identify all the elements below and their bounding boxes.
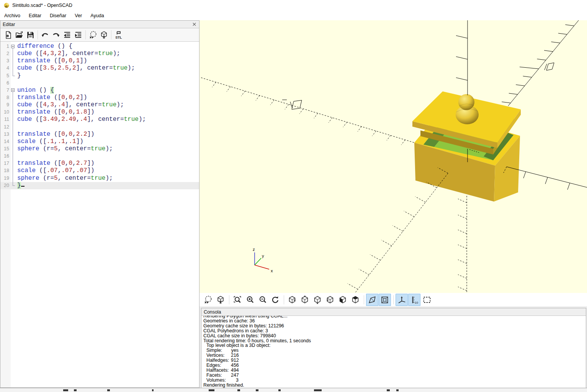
fold-margin xyxy=(11,153,16,160)
console-line: Rendering finished. xyxy=(203,383,584,388)
view-front-button[interactable] xyxy=(337,294,349,306)
console-stat-line: Edges:456 xyxy=(203,363,584,368)
zoom-out-button[interactable] xyxy=(257,294,269,306)
code-line-4: 4cube ([3.5,2.5,2], center=true); xyxy=(0,65,199,72)
show-scale-markers-button[interactable]: 10 xyxy=(408,294,420,306)
indent-button[interactable] xyxy=(73,29,84,41)
line-number: 4 xyxy=(0,65,11,72)
code-line-5: 5} xyxy=(0,72,199,80)
undo-button[interactable] xyxy=(39,29,51,41)
view-left-button[interactable] xyxy=(324,294,336,306)
orthographic-button[interactable] xyxy=(379,294,391,306)
render-button[interactable] xyxy=(98,29,110,41)
reset-view-button[interactable] xyxy=(269,294,281,306)
code-line-17: 17translate ([0,0,2.7]) xyxy=(0,160,199,167)
zoom-in-button[interactable] xyxy=(244,294,256,306)
fold-margin[interactable] xyxy=(11,87,16,94)
perspective-button[interactable] xyxy=(366,294,378,306)
indicator-y-label: y xyxy=(262,254,264,258)
export-stl-button[interactable]: STL xyxy=(113,29,124,41)
code-text: } xyxy=(16,182,25,189)
indicator-y-axis xyxy=(255,258,261,265)
view-bottom-button[interactable] xyxy=(311,294,324,306)
fold-margin xyxy=(11,80,16,87)
3d-scene: z y x xyxy=(199,20,587,293)
view-all-button[interactable] xyxy=(421,294,433,306)
code-text: difference () { xyxy=(16,43,72,50)
console-stat-line: Simple:yes xyxy=(203,348,584,353)
indicator-x-axis xyxy=(255,265,269,269)
code-line-6: 6 xyxy=(0,80,199,87)
open-file-icon xyxy=(15,31,24,39)
open-file-button[interactable] xyxy=(14,29,25,41)
preview-icon xyxy=(203,295,213,304)
new-file-button[interactable] xyxy=(3,29,14,41)
view-back-button[interactable] xyxy=(349,294,361,306)
console-output[interactable]: Rendering Polygon Mesh using CGAL...Geom… xyxy=(201,316,586,388)
view-top-icon xyxy=(300,295,309,304)
view-top-button[interactable] xyxy=(299,294,311,306)
fold-margin xyxy=(11,145,16,153)
line-number: 1 xyxy=(0,43,11,50)
fold-margin xyxy=(11,50,16,57)
export-stl-icon: STL xyxy=(114,31,123,39)
title-bar: Sintitulo.scad* - OpenSCAD xyxy=(0,0,587,11)
fold-margin xyxy=(11,101,16,109)
fold-margin xyxy=(11,175,16,182)
zoom-in-icon xyxy=(245,295,255,304)
viewport-toolbar: 10 xyxy=(199,293,587,306)
render-button[interactable] xyxy=(214,294,227,306)
redo-button[interactable] xyxy=(51,29,62,41)
indent-icon xyxy=(74,31,83,39)
3d-viewport[interactable]: z y x xyxy=(199,20,587,293)
menu-ayuda[interactable]: Ayuda xyxy=(86,13,108,18)
preview-button[interactable] xyxy=(202,294,214,306)
fold-margin[interactable] xyxy=(11,43,16,50)
console-stat-line: Vertices:216 xyxy=(203,353,584,358)
save-file-button[interactable] xyxy=(25,29,36,41)
fold-margin xyxy=(11,72,16,80)
menu-editar[interactable]: Editar xyxy=(25,13,46,18)
line-number: 16 xyxy=(0,153,11,160)
console-line: Rendering Polygon Mesh using CGAL... xyxy=(203,316,584,319)
show-axes-button[interactable] xyxy=(396,294,408,306)
menu-diseñar[interactable]: Diseñar xyxy=(46,13,70,18)
toolbar-separator xyxy=(364,295,364,304)
svg-text:STL: STL xyxy=(115,36,122,39)
code-text: union () { xyxy=(16,87,54,94)
new-file-icon xyxy=(4,31,13,39)
render-icon xyxy=(216,295,225,304)
code-text: translate ([0,0,1]) xyxy=(16,57,87,65)
preview-button[interactable] xyxy=(87,29,98,41)
undo-icon xyxy=(41,31,49,39)
zoom-all-button[interactable] xyxy=(231,294,244,306)
line-number: 6 xyxy=(0,80,11,87)
svg-text:10: 10 xyxy=(415,301,418,304)
view-all-icon xyxy=(422,295,432,304)
menu-ver[interactable]: Ver xyxy=(70,13,86,18)
clipped-bottom-strip xyxy=(0,388,587,392)
fold-margin xyxy=(11,116,16,123)
fold-margin xyxy=(11,138,16,145)
close-icon[interactable] xyxy=(192,22,197,27)
menu-archivo[interactable]: Archivo xyxy=(0,13,25,18)
view-right-button[interactable] xyxy=(286,294,298,306)
code-line-1: 1difference () { xyxy=(0,43,199,50)
fold-margin xyxy=(11,167,16,174)
code-text: scale ([.07,.07,.07]) xyxy=(16,167,95,174)
view-bottom-icon xyxy=(313,295,322,304)
code-editor[interactable]: 1difference () {2cube ([4,3,2], center=t… xyxy=(0,42,199,387)
code-line-16: 16 xyxy=(0,153,199,160)
viewport-axes xyxy=(201,20,587,293)
redo-icon xyxy=(52,31,60,39)
code-text: scale ([.1,.1,.1]) xyxy=(16,138,83,145)
console-header: Consola xyxy=(201,308,586,316)
console-line: CGAL Polyhedrons in cache: 3 xyxy=(203,329,584,333)
line-number: 17 xyxy=(0,160,11,167)
code-line-10: 10translate ([0,0,1.8]) xyxy=(0,109,199,116)
toolbar-separator xyxy=(38,30,38,39)
unindent-button[interactable] xyxy=(62,29,73,41)
save-file-icon xyxy=(26,31,35,39)
indicator-x-label: x xyxy=(271,268,273,273)
console-stat-line: Facets:247 xyxy=(203,373,584,378)
